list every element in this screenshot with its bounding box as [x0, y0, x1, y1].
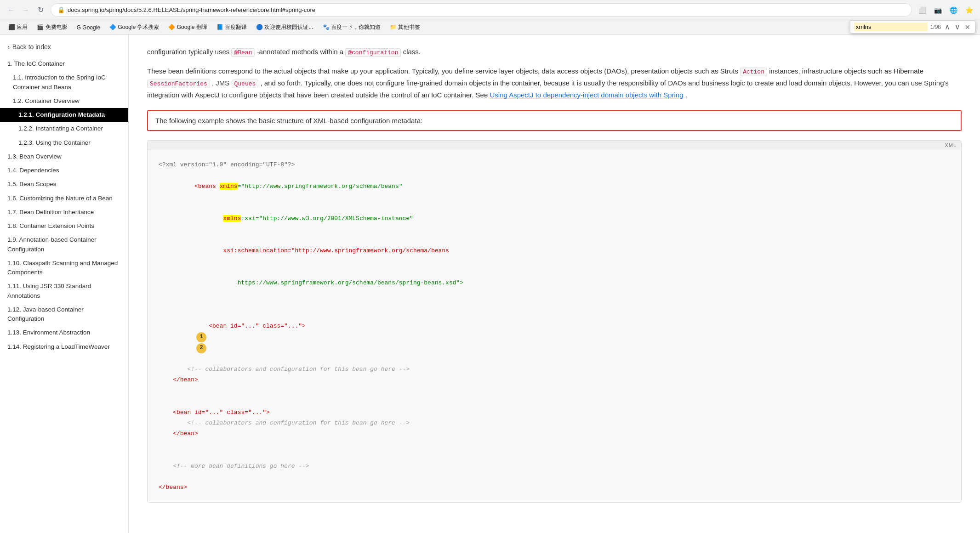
code-line-bean2-close: </bean> [159, 428, 950, 439]
sidebar-item-annotation-based[interactable]: 1.9. Annotation-based Container Configur… [0, 233, 128, 256]
bookmark-other[interactable]: 📁 其他书签 [386, 22, 424, 33]
callout-box: The following example shows the basic st… [147, 110, 962, 131]
code-line-beans-open: <beans xmlns="http://www.springframework… [159, 170, 950, 202]
sidebar-item-ioc-container[interactable]: 1. The IoC Container [0, 57, 128, 71]
back-button[interactable]: ← [5, 4, 17, 17]
configuration-annotation-code: @configuration [345, 48, 401, 57]
para1-after: class. [403, 48, 421, 56]
lock-icon: 🔒 [57, 6, 65, 13]
badge-1: 1 [196, 332, 206, 342]
code-line-bean2-open: <bean id="..." class="..."> [159, 407, 950, 418]
browser-actions: ⬜ 📷 🌐 ⭐ [916, 4, 975, 17]
find-close-button[interactable]: ✕ [964, 23, 971, 31]
back-arrow-icon: ‹ [7, 43, 10, 51]
sidebar-item-java-based[interactable]: 1.12. Java-based Container Configuration [0, 303, 128, 326]
bookmark-campus[interactable]: 🔵 欢迎使用校园认证... [252, 22, 317, 33]
para2-mid2: , JMS [212, 79, 232, 87]
code-line-bean1-open: <bean id="..." class="..."> 1 2 [159, 310, 950, 364]
sidebar-item-loadtimeweaver[interactable]: 1.14. Registering a LoadTimeWeaver [0, 340, 128, 354]
sidebar: ‹ Back to index 1. The IoC Container 1.1… [0, 35, 129, 533]
bookmark-google[interactable]: G Google [73, 23, 104, 32]
code-line-more-beans-comment: <!-- more bean definitions go here --> [159, 461, 950, 471]
sidebar-item-bean-overview[interactable]: 1.3. Bean Overview [0, 150, 128, 164]
browser-chrome: ← → ↻ 🔒 docs.spring.io/spring/docs/5.2.6… [0, 0, 980, 20]
code-line-comment-1: <!-- collaborators and configuration for… [159, 364, 950, 374]
sidebar-item-container-overview[interactable]: 1.2. Container Overview [0, 94, 128, 108]
xmlns-highlight-1: xmlns [220, 183, 238, 190]
code-line-schema-url: https://www.springframework.org/schema/b… [159, 267, 950, 299]
address-bar[interactable]: 🔒 docs.spring.io/spring/docs/5.2.6.RELEA… [51, 3, 912, 17]
sidebar-item-intro[interactable]: 1.1. Introduction to the Spring IoC Cont… [0, 71, 128, 94]
bookmark-baidu[interactable]: 🐾 百度一下，你就知道 [319, 22, 384, 33]
bookmark-scholar[interactable]: 🔷 Google 学术搜索 [106, 22, 163, 33]
bean-annotation-code: @Bean [231, 48, 255, 57]
para2-start: These bean definitions correspond to the… [147, 67, 740, 75]
screenshot-button[interactable]: 📷 [931, 4, 944, 17]
bookmark-button[interactable]: ⭐ [963, 4, 975, 17]
paragraph-1: configuration typically uses @Bean -anno… [147, 46, 962, 58]
code-block-wrapper: XML <?xml version="1.0" encoding="UTF-8"… [147, 140, 962, 503]
bookmark-movies[interactable]: 🎬 免费电影 [33, 22, 71, 33]
code-lang-label: XML [945, 142, 957, 148]
code-line-decl: <?xml version="1.0" encoding="UTF-8"?> [159, 159, 950, 170]
sidebar-navigation: 1. The IoC Container 1.1. Introduction t… [0, 53, 128, 357]
bookmark-apps[interactable]: ⬛ 应用 [5, 22, 31, 33]
bookmark-baidu-translate[interactable]: 📘 百度翻译 [213, 22, 251, 33]
sidebar-item-environment[interactable]: 1.13. Environment Abstraction [0, 326, 128, 340]
find-next-button[interactable]: ∨ [954, 23, 961, 31]
sidebar-item-jsr330[interactable]: 1.11. Using JSR 330 Standard Annotations [0, 279, 128, 303]
badge-2: 2 [196, 343, 206, 353]
aspectj-link[interactable]: Using AspectJ to dependency-inject domai… [490, 91, 683, 99]
queues-code: Queues [232, 79, 259, 88]
nav-buttons: ← → ↻ [5, 4, 47, 17]
main-layout: ‹ Back to index 1. The IoC Container 1.1… [0, 35, 980, 533]
session-factories-code: SessionFactories [147, 79, 210, 88]
extensions-button[interactable]: ⬜ [916, 4, 929, 17]
sidebar-item-bean-scopes[interactable]: 1.5. Bean Scopes [0, 177, 128, 191]
content-area: configuration typically uses @Bean -anno… [129, 35, 980, 533]
sidebar-item-classpath-scanning[interactable]: 1.10. Classpath Scanning and Managed Com… [0, 256, 128, 280]
reload-button[interactable]: ↻ [34, 4, 47, 17]
code-line-empty-5 [159, 450, 950, 460]
paragraph-2: These bean definitions correspond to the… [147, 65, 962, 101]
code-line-xmlns-xsi: xmlns:xsi="http://www.w3.org/2001/XMLSch… [159, 202, 950, 234]
url-text: docs.spring.io/spring/docs/5.2.6.RELEASE… [68, 6, 315, 13]
para2-final: . [685, 91, 687, 99]
find-bar: 1/98 ∧ ∨ ✕ [850, 20, 975, 34]
back-link-label: Back to index [12, 43, 51, 51]
action-code: Action [740, 68, 767, 76]
bookmarks-bar: ⬛ 应用 🎬 免费电影 G Google 🔷 Google 学术搜索 🔶 Goo… [0, 20, 980, 35]
xmlns-val-2: :xsi="http://www.w3.org/2001/XMLSchema-i… [241, 215, 413, 222]
code-line-empty-6 [159, 471, 950, 482]
find-count: 1/98 [930, 24, 941, 30]
para1-middle: -annotated methods within a [257, 48, 346, 56]
callout-text: The following example shows the basic st… [155, 117, 422, 125]
bookmark-translate-google[interactable]: 🔶 Google 翻译 [165, 22, 211, 33]
find-prev-button[interactable]: ∧ [944, 23, 951, 31]
xmlns-val-1: ="http://www.springframework.org/schema/… [238, 183, 403, 190]
code-line-empty-3 [159, 396, 950, 407]
para1-before: configuration typically uses [147, 48, 231, 56]
forward-button[interactable]: → [19, 4, 32, 17]
beans-tag: <beans [194, 183, 220, 190]
code-line-empty-2 [159, 386, 950, 396]
para2-mid1: instances, infrastructure objects such a… [769, 67, 923, 75]
code-line-beans-close: </beans> [159, 482, 950, 493]
translate-button[interactable]: 🌐 [947, 4, 960, 17]
sidebar-item-container-extension[interactable]: 1.8. Container Extension Points [0, 219, 128, 233]
code-line-bean1-close: </bean> [159, 374, 950, 385]
find-input[interactable] [854, 23, 928, 31]
back-to-index-link[interactable]: ‹ Back to index [0, 40, 128, 53]
code-line-empty-4 [159, 439, 950, 450]
sidebar-item-using-container[interactable]: 1.2.3. Using the Container [0, 136, 128, 150]
sidebar-item-config-metadata[interactable]: 1.2.1. Configuration Metadata [0, 108, 128, 122]
code-block[interactable]: <?xml version="1.0" encoding="UTF-8"?> <… [148, 150, 961, 502]
sidebar-item-instantiating[interactable]: 1.2.2. Instantiating a Container [0, 122, 128, 136]
code-line-schema-location: xsi:schemaLocation="http://www.springfra… [159, 235, 950, 267]
sidebar-item-bean-definition-inheritance[interactable]: 1.7. Bean Definition Inheritance [0, 205, 128, 219]
sidebar-item-customizing[interactable]: 1.6. Customizing the Nature of a Bean [0, 192, 128, 205]
code-line-empty-1 [159, 299, 950, 310]
code-line-comment-2: <!-- collaborators and configuration for… [159, 418, 950, 428]
sidebar-item-dependencies[interactable]: 1.4. Dependencies [0, 164, 128, 177]
code-block-header: XML [148, 141, 961, 150]
